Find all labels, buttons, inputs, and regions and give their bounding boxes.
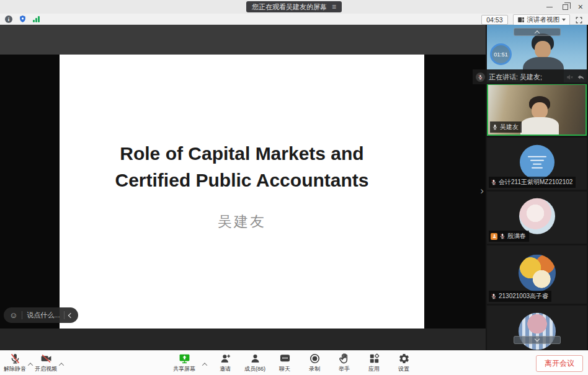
- participant-name-tag: 殷满春: [489, 231, 529, 242]
- meeting-info-icon[interactable]: i: [5, 15, 12, 23]
- host-badge-icon: [491, 233, 497, 240]
- security-shield-icon[interactable]: [19, 15, 27, 23]
- settings-button[interactable]: 设置: [391, 351, 416, 373]
- mic-muted-icon: [9, 353, 21, 364]
- title-bar: 您正在观看吴建友的屏幕 ≡ ×: [0, 0, 588, 14]
- members-icon: [249, 353, 261, 364]
- shared-screen-bottom-band: [0, 329, 486, 350]
- scroll-up-button[interactable]: [514, 28, 561, 36]
- chat-icon: [279, 353, 291, 364]
- banner-icons: [566, 73, 585, 81]
- scroll-down-button[interactable]: [514, 336, 561, 344]
- share-options-expander[interactable]: [202, 358, 208, 369]
- view-controls: 04:53 演讲者视图: [481, 14, 583, 25]
- audio-video-controls: 解除静音 开启视频: [2, 351, 65, 373]
- meeting-status-bar: i 04:53 演讲者视图: [0, 14, 588, 25]
- share-screen-label: 共享屏幕: [173, 365, 195, 373]
- sidebar-collapse-chevron[interactable]: ›: [480, 185, 484, 197]
- slide-title: Role of Capital Markets and Certified Pu…: [60, 140, 424, 193]
- record-button[interactable]: 录制: [302, 351, 327, 373]
- watching-banner[interactable]: 您正在观看吴建友的屏幕 ≡: [246, 1, 342, 12]
- record-icon: [309, 353, 321, 364]
- video-figure: [520, 117, 559, 136]
- invite-button[interactable]: 邀请: [213, 351, 238, 373]
- apps-label: 应用: [368, 365, 380, 373]
- meeting-window: 您正在观看吴建友的屏幕 ≡ × i 04:53 演讲者视图: [0, 0, 588, 375]
- fullscreen-icon[interactable]: [575, 16, 583, 24]
- countdown-timer-badge: 01:51: [490, 43, 512, 65]
- leave-meeting-button[interactable]: 离开会议: [536, 355, 583, 372]
- watching-banner-text: 您正在观看吴建友的屏幕: [252, 2, 327, 12]
- view-mode-button[interactable]: 演讲者视图: [513, 14, 571, 25]
- participant-tile-active[interactable]: 吴建友: [487, 84, 587, 136]
- meeting-toolbar: 解除静音 开启视频 共享屏幕 邀请 成员(86): [0, 350, 588, 375]
- banner-menu-icon[interactable]: ≡: [332, 2, 336, 11]
- video-options-expander[interactable]: [58, 358, 65, 369]
- reply-arrow-icon[interactable]: [577, 73, 585, 81]
- members-button[interactable]: 成员(86): [243, 351, 267, 373]
- share-screen-button[interactable]: 共享屏幕: [172, 351, 197, 373]
- close-button[interactable]: ×: [578, 2, 583, 11]
- invite-icon: [220, 353, 231, 364]
- settings-gear-icon: [398, 353, 410, 364]
- avatar: [520, 145, 555, 180]
- collapse-chat-icon[interactable]: [68, 312, 73, 317]
- participant-tile[interactable]: 213021003高子睿: [487, 245, 587, 304]
- mic-options-expander[interactable]: [27, 358, 33, 369]
- chevron-up-icon: [534, 30, 539, 35]
- participant-name: 213021003高子睿: [499, 292, 548, 301]
- network-signal-icon[interactable]: [33, 15, 40, 22]
- video-figure: [535, 41, 551, 58]
- now-speaking-banner: 正在讲话: 吴建友;: [473, 69, 588, 84]
- start-video-label: 开启视频: [35, 365, 57, 373]
- presentation-slide: Role of Capital Markets and Certified Pu…: [60, 55, 424, 329]
- avatar: [519, 312, 556, 350]
- meeting-timer: 04:53: [481, 15, 507, 25]
- start-video-button[interactable]: 开启视频: [33, 351, 58, 373]
- volume-muted-icon[interactable]: [566, 73, 574, 81]
- slide-title-line2: Certified Public Accountants: [60, 167, 424, 193]
- shared-screen-stage: Role of Capital Markets and Certified Pu…: [0, 25, 486, 350]
- shared-screen-top-band: [0, 25, 486, 55]
- apps-button[interactable]: 应用: [362, 351, 386, 373]
- view-mode-label: 演讲者视图: [527, 15, 560, 24]
- raise-hand-label: 举手: [339, 365, 350, 373]
- chat-placeholder[interactable]: 说点什么...: [27, 311, 60, 320]
- status-icons: i: [5, 15, 40, 23]
- chat-button[interactable]: 聊天: [272, 351, 297, 373]
- mic-on-icon: [492, 124, 498, 130]
- divider: [64, 311, 65, 319]
- avatar: [519, 198, 555, 234]
- participant-name-tag: 213021003高子睿: [489, 291, 551, 302]
- participant-tile[interactable]: 会计211王紫明MZ2102102: [487, 138, 587, 190]
- mic-muted-icon: [499, 233, 506, 239]
- slide-title-line1: Role of Capital Markets and: [60, 140, 424, 167]
- raise-hand-button[interactable]: 举手: [332, 351, 357, 373]
- invite-label: 邀请: [220, 365, 231, 373]
- participant-name: 会计211王紫明MZ2102102: [499, 178, 572, 187]
- mic-muted-icon: [491, 179, 497, 185]
- now-speaking-text: 正在讲话: 吴建友;: [489, 73, 542, 82]
- unmute-label: 解除静音: [4, 365, 26, 373]
- chevron-down-icon: [562, 19, 566, 21]
- chevron-down-icon: [534, 337, 539, 342]
- speaker-mic-avatar: [476, 73, 485, 82]
- camera-muted-icon: [40, 353, 52, 364]
- window-controls: ×: [546, 0, 583, 14]
- participant-name: 吴建友: [500, 123, 519, 131]
- participant-name-tag: 吴建友: [490, 121, 522, 133]
- settings-label: 设置: [398, 365, 409, 373]
- quick-chat-bar[interactable]: ☺ 说点什么...: [4, 307, 78, 323]
- raise-hand-icon: [339, 353, 350, 364]
- restore-button[interactable]: [563, 4, 568, 10]
- video-figure: [532, 102, 548, 119]
- emoji-icon[interactable]: ☺: [9, 311, 17, 320]
- apps-icon: [368, 353, 380, 364]
- participant-tile[interactable]: 殷满春: [487, 192, 587, 244]
- mic-muted-icon: [478, 74, 483, 80]
- unmute-button[interactable]: 解除静音: [2, 351, 27, 373]
- minimize-button[interactable]: [546, 7, 553, 7]
- record-label: 录制: [309, 365, 320, 373]
- toolbar-center: 共享屏幕 邀请 成员(86) 聊天 录制 举手: [172, 351, 416, 373]
- participant-name-tag: 会计211王紫明MZ2102102: [489, 177, 576, 188]
